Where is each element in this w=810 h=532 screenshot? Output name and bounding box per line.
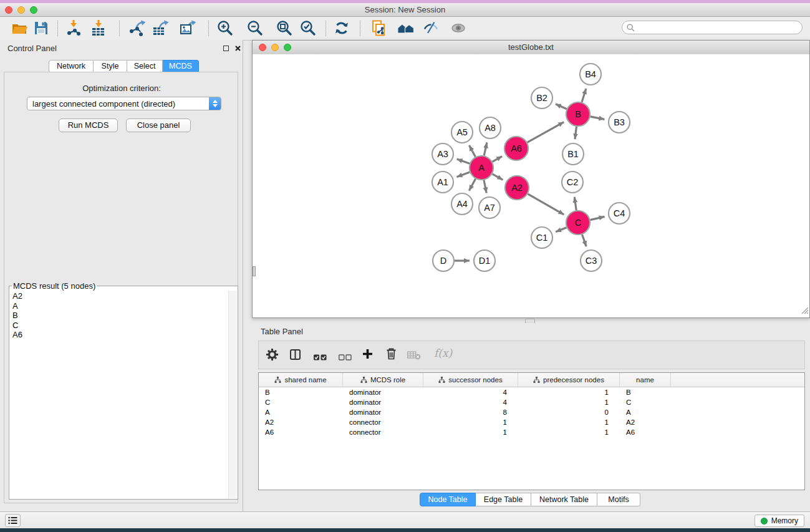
graph-node-A7[interactable]: A7 (479, 197, 500, 218)
graph-node-B4[interactable]: B4 (580, 64, 601, 85)
export-network-icon[interactable] (128, 19, 146, 37)
graph-node-C[interactable]: C (566, 211, 590, 235)
graph-edge[interactable] (527, 122, 564, 143)
tab-mcds[interactable]: MCDS (163, 60, 199, 73)
table-cell[interactable]: A2 (259, 418, 343, 426)
select-all-icon[interactable] (314, 352, 327, 363)
tab-select[interactable]: Select (127, 60, 163, 73)
network-canvas[interactable]: B4B2BB3A8A5A6B1A3AA1C2A2A4A7C4CC1C3DD1 (253, 54, 809, 317)
run-mcds-button[interactable]: Run MCDS (59, 118, 118, 132)
table-cell[interactable]: A6 (620, 428, 671, 436)
import-network-icon[interactable] (65, 19, 82, 37)
graph-edge[interactable] (575, 127, 577, 139)
graph-node-A3[interactable]: A3 (432, 143, 453, 165)
graph-edge[interactable] (492, 157, 502, 162)
result-item[interactable]: A6 (12, 330, 228, 340)
result-item[interactable]: B (12, 311, 228, 321)
tab-network[interactable]: Network (49, 60, 94, 73)
refresh-icon[interactable] (333, 19, 350, 37)
hide-graphics-details-icon[interactable] (422, 19, 440, 37)
table-cell[interactable]: dominator (343, 409, 423, 416)
result-scrollbar[interactable] (228, 291, 237, 498)
table-cell[interactable]: A2 (620, 418, 671, 426)
graph-edge[interactable] (457, 172, 470, 177)
table-cell[interactable]: 1 (518, 389, 620, 396)
table-cell[interactable]: 0 (518, 409, 620, 416)
graph-edge[interactable] (574, 197, 576, 210)
table-row[interactable]: A6connector11A6 (259, 427, 804, 437)
tab-network-table[interactable]: Network Table (531, 493, 597, 506)
graph-edge[interactable] (484, 180, 486, 193)
column-header[interactable]: shared name (259, 373, 343, 387)
split-handle-icon[interactable] (253, 266, 256, 276)
resize-grip-icon[interactable] (801, 306, 809, 317)
delete-column-trash-icon[interactable] (386, 347, 397, 362)
graph-edge[interactable] (469, 179, 475, 191)
zoom-in-icon[interactable] (216, 19, 234, 37)
graph-edge[interactable] (582, 235, 587, 246)
float-panel-icon[interactable] (223, 46, 229, 51)
graph-edge[interactable] (457, 159, 470, 163)
table-settings-gear-icon[interactable] (266, 349, 278, 363)
column-header[interactable]: name (620, 373, 671, 387)
table-cell[interactable]: connector (343, 418, 423, 426)
table-cell[interactable]: connector (343, 428, 423, 436)
column-header[interactable]: MCDS role (343, 373, 423, 387)
table-cell[interactable]: 1 (423, 428, 518, 436)
column-header[interactable]: successor nodes (423, 373, 518, 387)
close-panel-button[interactable]: Close panel (126, 118, 191, 132)
show-graphics-details-icon[interactable] (450, 19, 467, 37)
graph-node-C1[interactable]: C1 (531, 227, 552, 248)
import-table-icon[interactable] (90, 19, 107, 37)
graph-node-A[interactable]: A (470, 156, 493, 180)
graph-node-A2[interactable]: A2 (505, 176, 529, 200)
tab-edge-table[interactable]: Edge Table (476, 493, 531, 506)
graph-node-D1[interactable]: D1 (474, 250, 495, 271)
graph-node-A8[interactable]: A8 (480, 117, 501, 138)
graph-node-D[interactable]: D (433, 250, 454, 271)
graph-edge[interactable] (469, 145, 475, 157)
result-item[interactable]: A2 (12, 291, 228, 301)
table-row[interactable]: Bdominator41B (259, 387, 804, 397)
table-row[interactable]: Cdominator41C (259, 397, 804, 407)
close-panel-icon[interactable] (234, 45, 241, 52)
graph-edge[interactable] (591, 216, 605, 220)
result-item[interactable]: A (12, 301, 228, 311)
graph-node-B2[interactable]: B2 (531, 87, 552, 109)
criterion-select[interactable]: largest connected component (directed) (27, 97, 221, 110)
table-cell[interactable]: 1 (423, 418, 518, 426)
zoom-out-icon[interactable] (246, 19, 264, 37)
tab-motifs[interactable]: Motifs (597, 493, 640, 506)
table-row[interactable]: A2connector11A2 (259, 417, 804, 427)
zoom-window-button[interactable] (30, 6, 37, 14)
graph-edge[interactable] (556, 104, 567, 109)
table-cell[interactable]: B (259, 389, 343, 396)
table-cell[interactable]: dominator (343, 389, 423, 396)
table-cell[interactable]: 4 (423, 389, 518, 396)
task-history-button[interactable] (5, 514, 21, 527)
tab-node-table[interactable]: Node Table (420, 493, 476, 506)
table-cell[interactable]: 1 (518, 428, 620, 436)
open-session-icon[interactable] (11, 19, 28, 37)
table-cell[interactable]: A (620, 409, 671, 416)
zoom-view-button[interactable] (284, 44, 291, 51)
table-cell[interactable]: A6 (259, 428, 343, 436)
table-row[interactable]: Adominator80A (259, 407, 804, 417)
table-cell[interactable]: C (259, 399, 343, 406)
minimize-view-button[interactable] (271, 44, 279, 51)
close-view-button[interactable] (259, 44, 266, 51)
graph-node-B1[interactable]: B1 (562, 143, 584, 165)
memory-button[interactable]: Memory (755, 515, 804, 527)
tab-style[interactable]: Style (94, 60, 127, 73)
zoom-selected-icon[interactable] (299, 19, 317, 37)
home-icon[interactable] (397, 19, 415, 37)
table-cell[interactable]: 8 (423, 409, 518, 416)
graph-node-C3[interactable]: C3 (581, 250, 602, 271)
export-table-icon[interactable] (152, 19, 169, 37)
graph-edge[interactable] (582, 89, 586, 102)
graph-edge[interactable] (556, 228, 566, 232)
graph-edge[interactable] (492, 174, 503, 180)
close-window-button[interactable] (5, 6, 12, 14)
graph-edge[interactable] (484, 142, 487, 155)
table-cell[interactable]: C (620, 399, 671, 406)
